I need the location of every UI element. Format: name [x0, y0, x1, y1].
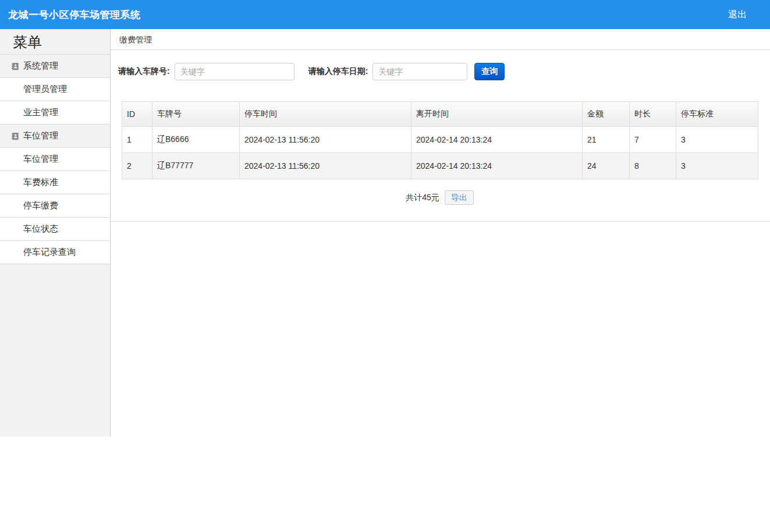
sidebar-item-owner-management[interactable]: 业主管理 — [0, 101, 110, 125]
cell-park-time: 2024-02-13 11:56:20 — [240, 153, 411, 179]
main-content: 缴费管理 请输入车牌号: 请输入停车日期: 查询 ID — [111, 29, 770, 532]
sidebar-filler — [0, 264, 110, 437]
cell-duration: 7 — [630, 127, 676, 153]
cell-duration: 8 — [630, 153, 676, 179]
table-row: 1 辽B6666 2024-02-13 11:56:20 2024-02-14 … — [122, 127, 758, 153]
table-header-row: ID 车牌号 停车时间 离开时间 金额 时长 停车标准 — [122, 102, 758, 127]
export-button[interactable]: 导出 — [445, 190, 474, 205]
sidebar-group-parking-management[interactable]: 车位管理 — [0, 125, 110, 148]
plate-number-label: 请输入车牌号: — [118, 66, 170, 77]
cell-leave-time: 2024-02-14 20:13:24 — [411, 127, 583, 153]
sidebar-item-parking-payment[interactable]: 停车缴费 — [0, 194, 110, 218]
column-header-id: ID — [122, 102, 152, 127]
cell-plate: 辽B77777 — [152, 153, 240, 179]
sidebar-item-fee-standard[interactable]: 车费标准 — [0, 171, 110, 194]
sidebar: 菜单 系统管理 管理员管理 业主管理 — [0, 29, 111, 437]
app-header: 龙城一号小区停车场管理系统 退出 — [0, 0, 770, 29]
column-header-amount: 金额 — [583, 102, 630, 127]
column-header-duration: 时长 — [630, 102, 676, 127]
cell-leave-time: 2024-02-14 20:13:24 — [411, 153, 583, 179]
cell-id: 1 — [122, 127, 152, 153]
sidebar-item-record-query[interactable]: 停车记录查询 — [0, 241, 110, 264]
total-amount-text: 共计45元 — [406, 193, 439, 203]
column-header-plate: 车牌号 — [152, 102, 240, 127]
app-window: 龙城一号小区停车场管理系统 退出 菜单 系统管理 — [0, 0, 770, 532]
column-header-leave-time: 离开时间 — [411, 102, 583, 127]
search-bar: 请输入车牌号: 请输入停车日期: 查询 — [118, 63, 770, 80]
parking-date-label: 请输入停车日期: — [308, 66, 368, 77]
address-book-icon — [11, 132, 19, 140]
cell-amount: 21 — [583, 127, 630, 153]
sidebar-item-admin-management[interactable]: 管理员管理 — [0, 78, 110, 101]
column-header-standard: 停车标准 — [676, 102, 758, 127]
cell-standard: 3 — [676, 127, 758, 153]
cell-plate: 辽B6666 — [152, 127, 240, 153]
cell-park-time: 2024-02-13 11:56:20 — [240, 127, 411, 153]
cell-amount: 24 — [583, 153, 630, 179]
sidebar-item-space-status[interactable]: 车位状态 — [0, 218, 110, 241]
query-button[interactable]: 查询 — [474, 63, 505, 80]
sidebar-title: 菜单 — [0, 29, 110, 55]
table-row: 2 辽B77777 2024-02-13 11:56:20 2024-02-14… — [122, 153, 758, 179]
sidebar-group-label: 车位管理 — [23, 130, 58, 141]
column-header-park-time: 停车时间 — [240, 102, 411, 127]
logout-button[interactable]: 退出 — [728, 9, 747, 21]
table-footer: 共计45元 导出 — [122, 190, 758, 205]
address-book-icon — [11, 62, 19, 70]
cell-standard: 3 — [676, 153, 758, 179]
payment-table: ID 车牌号 停车时间 离开时间 金额 时长 停车标准 1 辽B6666 — [122, 101, 758, 179]
sidebar-item-space-management[interactable]: 车位管理 — [0, 148, 110, 171]
plate-number-input[interactable] — [175, 63, 294, 80]
breadcrumb: 缴费管理 — [111, 29, 770, 50]
app-title: 龙城一号小区停车场管理系统 — [8, 8, 141, 22]
parking-date-input[interactable] — [372, 63, 467, 80]
cell-id: 2 — [122, 153, 152, 179]
sidebar-group-system-management[interactable]: 系统管理 — [0, 55, 110, 78]
sidebar-group-label: 系统管理 — [23, 61, 58, 72]
